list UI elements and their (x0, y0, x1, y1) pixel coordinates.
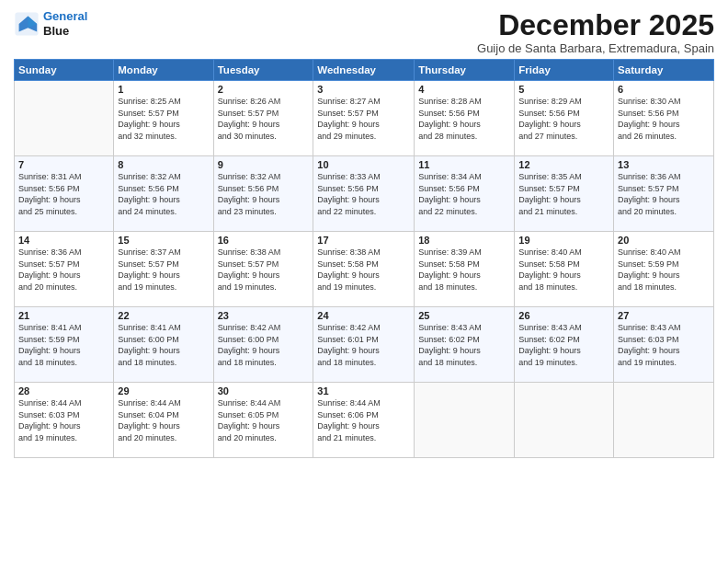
calendar-cell: 21Sunrise: 8:41 AM Sunset: 5:59 PM Dayli… (15, 307, 114, 383)
day-info: Sunrise: 8:44 AM Sunset: 6:04 PM Dayligh… (118, 397, 209, 443)
day-info: Sunrise: 8:43 AM Sunset: 6:02 PM Dayligh… (418, 322, 510, 368)
calendar-cell: 29Sunrise: 8:44 AM Sunset: 6:04 PM Dayli… (114, 383, 213, 458)
month-title: December 2025 (477, 9, 714, 41)
day-number: 29 (118, 385, 209, 396)
calendar-cell: 25Sunrise: 8:43 AM Sunset: 6:02 PM Dayli… (415, 307, 515, 383)
day-number: 21 (18, 310, 109, 321)
weekday-header-wednesday: Wednesday (313, 60, 415, 81)
day-number: 6 (618, 84, 710, 95)
day-number: 16 (218, 235, 310, 246)
day-info: Sunrise: 8:32 AM Sunset: 5:56 PM Dayligh… (218, 171, 310, 217)
day-info: Sunrise: 8:38 AM Sunset: 5:58 PM Dayligh… (317, 247, 410, 293)
day-number: 11 (418, 159, 510, 170)
calendar-cell (515, 383, 614, 458)
day-number: 3 (317, 84, 410, 95)
calendar-cell: 5Sunrise: 8:29 AM Sunset: 5:56 PM Daylig… (515, 81, 614, 156)
day-number: 2 (218, 84, 310, 95)
day-number: 17 (317, 235, 410, 246)
calendar-cell: 6Sunrise: 8:30 AM Sunset: 5:56 PM Daylig… (614, 81, 714, 156)
calendar-cell (15, 81, 114, 156)
weekday-header-row: SundayMondayTuesdayWednesdayThursdayFrid… (15, 60, 714, 81)
day-number: 24 (317, 310, 410, 321)
weekday-header-thursday: Thursday (415, 60, 515, 81)
title-block: December 2025 Guijo de Santa Barbara, Ex… (477, 9, 714, 55)
calendar-week-4: 21Sunrise: 8:41 AM Sunset: 5:59 PM Dayli… (15, 307, 714, 383)
day-info: Sunrise: 8:34 AM Sunset: 5:56 PM Dayligh… (418, 171, 510, 217)
day-number: 31 (317, 385, 410, 396)
calendar-cell: 10Sunrise: 8:33 AM Sunset: 5:56 PM Dayli… (313, 156, 415, 232)
calendar-week-3: 14Sunrise: 8:36 AM Sunset: 5:57 PM Dayli… (15, 232, 714, 307)
header: General Blue December 2025 Guijo de Sant… (14, 9, 714, 55)
day-info: Sunrise: 8:27 AM Sunset: 5:57 PM Dayligh… (317, 96, 410, 142)
day-info: Sunrise: 8:25 AM Sunset: 5:57 PM Dayligh… (118, 96, 209, 142)
logo-text: General Blue (43, 9, 87, 38)
calendar-cell: 20Sunrise: 8:40 AM Sunset: 5:59 PM Dayli… (614, 232, 714, 307)
calendar-cell: 1Sunrise: 8:25 AM Sunset: 5:57 PM Daylig… (114, 81, 213, 156)
calendar-week-1: 1Sunrise: 8:25 AM Sunset: 5:57 PM Daylig… (15, 81, 714, 156)
day-number: 8 (118, 159, 209, 170)
calendar-cell: 7Sunrise: 8:31 AM Sunset: 5:56 PM Daylig… (15, 156, 114, 232)
day-number: 7 (18, 159, 109, 170)
day-info: Sunrise: 8:30 AM Sunset: 5:56 PM Dayligh… (618, 96, 710, 142)
weekday-header-monday: Monday (114, 60, 213, 81)
calendar-cell (415, 383, 515, 458)
day-number: 28 (18, 385, 109, 396)
day-number: 12 (518, 159, 609, 170)
day-number: 14 (18, 235, 109, 246)
weekday-header-saturday: Saturday (614, 60, 714, 81)
calendar-cell: 17Sunrise: 8:38 AM Sunset: 5:58 PM Dayli… (313, 232, 415, 307)
logo-icon (14, 11, 40, 37)
day-number: 22 (118, 310, 209, 321)
day-info: Sunrise: 8:42 AM Sunset: 6:01 PM Dayligh… (317, 322, 410, 368)
day-info: Sunrise: 8:35 AM Sunset: 5:57 PM Dayligh… (518, 171, 609, 217)
calendar-cell: 8Sunrise: 8:32 AM Sunset: 5:56 PM Daylig… (114, 156, 213, 232)
calendar-cell: 18Sunrise: 8:39 AM Sunset: 5:58 PM Dayli… (415, 232, 515, 307)
day-info: Sunrise: 8:44 AM Sunset: 6:05 PM Dayligh… (218, 397, 310, 443)
day-number: 20 (618, 235, 710, 246)
weekday-header-tuesday: Tuesday (213, 60, 313, 81)
day-number: 13 (618, 159, 710, 170)
day-info: Sunrise: 8:36 AM Sunset: 5:57 PM Dayligh… (618, 171, 710, 217)
day-number: 4 (418, 84, 510, 95)
day-number: 26 (518, 310, 609, 321)
day-number: 18 (418, 235, 510, 246)
day-number: 5 (518, 84, 609, 95)
day-number: 19 (518, 235, 609, 246)
calendar-table: SundayMondayTuesdayWednesdayThursdayFrid… (14, 59, 714, 458)
day-number: 9 (218, 159, 310, 170)
calendar-body: 1Sunrise: 8:25 AM Sunset: 5:57 PM Daylig… (15, 81, 714, 458)
calendar-cell: 28Sunrise: 8:44 AM Sunset: 6:03 PM Dayli… (15, 383, 114, 458)
calendar-cell: 13Sunrise: 8:36 AM Sunset: 5:57 PM Dayli… (614, 156, 714, 232)
day-info: Sunrise: 8:41 AM Sunset: 5:59 PM Dayligh… (18, 322, 109, 368)
day-number: 1 (118, 84, 209, 95)
calendar-week-2: 7Sunrise: 8:31 AM Sunset: 5:56 PM Daylig… (15, 156, 714, 232)
day-number: 23 (218, 310, 310, 321)
calendar-cell: 11Sunrise: 8:34 AM Sunset: 5:56 PM Dayli… (415, 156, 515, 232)
calendar-cell: 16Sunrise: 8:38 AM Sunset: 5:57 PM Dayli… (213, 232, 313, 307)
day-info: Sunrise: 8:31 AM Sunset: 5:56 PM Dayligh… (18, 171, 109, 217)
day-info: Sunrise: 8:32 AM Sunset: 5:56 PM Dayligh… (118, 171, 209, 217)
calendar-cell: 23Sunrise: 8:42 AM Sunset: 6:00 PM Dayli… (213, 307, 313, 383)
day-info: Sunrise: 8:43 AM Sunset: 6:03 PM Dayligh… (618, 322, 710, 368)
day-number: 15 (118, 235, 209, 246)
calendar-cell: 19Sunrise: 8:40 AM Sunset: 5:58 PM Dayli… (515, 232, 614, 307)
day-info: Sunrise: 8:29 AM Sunset: 5:56 PM Dayligh… (518, 96, 609, 142)
day-info: Sunrise: 8:44 AM Sunset: 6:06 PM Dayligh… (317, 397, 410, 443)
calendar-cell: 26Sunrise: 8:43 AM Sunset: 6:02 PM Dayli… (515, 307, 614, 383)
calendar-cell: 4Sunrise: 8:28 AM Sunset: 5:56 PM Daylig… (415, 81, 515, 156)
day-info: Sunrise: 8:28 AM Sunset: 5:56 PM Dayligh… (418, 96, 510, 142)
calendar-cell: 24Sunrise: 8:42 AM Sunset: 6:01 PM Dayli… (313, 307, 415, 383)
calendar-cell: 9Sunrise: 8:32 AM Sunset: 5:56 PM Daylig… (213, 156, 313, 232)
day-number: 27 (618, 310, 710, 321)
calendar-cell: 31Sunrise: 8:44 AM Sunset: 6:06 PM Dayli… (313, 383, 415, 458)
day-info: Sunrise: 8:41 AM Sunset: 6:00 PM Dayligh… (118, 322, 209, 368)
logo: General Blue (14, 9, 87, 38)
weekday-header-sunday: Sunday (15, 60, 114, 81)
day-info: Sunrise: 8:42 AM Sunset: 6:00 PM Dayligh… (218, 322, 310, 368)
calendar-cell: 3Sunrise: 8:27 AM Sunset: 5:57 PM Daylig… (313, 81, 415, 156)
calendar-cell: 2Sunrise: 8:26 AM Sunset: 5:57 PM Daylig… (213, 81, 313, 156)
calendar-week-5: 28Sunrise: 8:44 AM Sunset: 6:03 PM Dayli… (15, 383, 714, 458)
day-number: 10 (317, 159, 410, 170)
day-info: Sunrise: 8:33 AM Sunset: 5:56 PM Dayligh… (317, 171, 410, 217)
calendar-cell (614, 383, 714, 458)
